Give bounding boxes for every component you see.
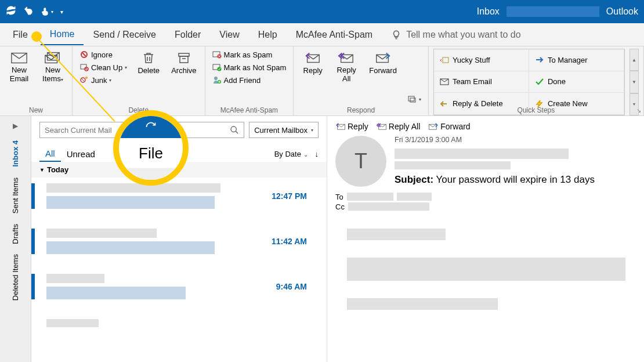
delete-button[interactable]: Delete [134, 49, 163, 115]
unread-bar [31, 183, 35, 209]
ribbon-respond-group-label: Respond [294, 106, 428, 114]
refresh-icon[interactable] [6, 5, 16, 18]
ribbon-group-mcafee: Mark as Spam Mark as Not Spam Add Friend… [205, 46, 294, 115]
sort-direction-icon[interactable]: ↓ [315, 150, 319, 158]
title-inbox-label: Inbox [477, 6, 500, 17]
trash-icon [140, 51, 157, 65]
menu-help[interactable]: Help [249, 25, 287, 45]
ribbon-group-respond: Reply Reply All Forward ▾ Respond [294, 46, 429, 115]
title-app-label: Outlook [606, 6, 638, 17]
message-item[interactable]: 12:47 PM [31, 178, 327, 215]
scope-dropdown[interactable]: Current Mailbox▾ [249, 122, 319, 138]
envelope-small-icon [440, 78, 449, 86]
email-date: Fri 3/1/2019 3:00 AM [395, 136, 636, 144]
reading-reply[interactable]: Reply [335, 122, 368, 131]
qs-done[interactable]: Done [529, 71, 624, 93]
archive-icon [175, 51, 193, 65]
folder-move-icon [440, 56, 449, 64]
qs-scroll-down[interactable]: ▼ [629, 71, 639, 93]
reading-forward[interactable]: Forward [428, 122, 470, 131]
nav-deleted[interactable]: Deleted Items [11, 254, 20, 301]
msg-sender-redacted [46, 319, 99, 327]
ribbon: New Email New Items▾ New Ignore Clean Up… [0, 46, 644, 116]
folder-nav-rail: ▶ Inbox 4 Sent Items Drafts Deleted Item… [0, 116, 31, 362]
sort-by-date[interactable]: By Date ⌄ [274, 150, 308, 158]
refresh-icon [143, 121, 158, 133]
nav-sent[interactable]: Sent Items [11, 178, 20, 213]
forward-button[interactable]: Forward [366, 49, 400, 115]
not-spam-icon [212, 63, 222, 72]
qs-to-manager[interactable]: To Manager [529, 49, 624, 71]
mark-spam-button[interactable]: Mark as Spam [210, 49, 289, 60]
tell-me-search[interactable]: Tell me what you want to do [391, 30, 520, 40]
msg-time: 11:42 AM [272, 237, 307, 246]
qs-team-email[interactable]: Team Email [434, 71, 529, 93]
mark-not-spam-button[interactable]: Mark as Not Spam [210, 61, 289, 73]
filter-unread[interactable]: Unread [61, 147, 101, 161]
new-email-button[interactable]: New Email [5, 49, 34, 115]
reply-all-small-icon [377, 122, 387, 131]
forward-small-icon [428, 122, 439, 131]
cleanup-icon [79, 63, 89, 72]
msg-time: 12:47 PM [272, 191, 307, 201]
search-icon[interactable] [230, 125, 239, 135]
annotation-callout: File [113, 110, 189, 186]
sender-email-redacted [395, 161, 511, 169]
qs-scroll-up[interactable]: ▲ [629, 49, 639, 71]
spam-icon [212, 50, 222, 59]
quicksteps-gallery: Yucky Stuff To Manager Team Email Done R… [433, 49, 625, 115]
svg-rect-21 [443, 57, 448, 63]
menu-bar: File Home Send / Receive Folder View Hel… [0, 23, 644, 46]
junk-button[interactable]: Junk▾ [77, 74, 129, 86]
ribbon-mcafee-group-label: McAfee Anti-Spam [205, 106, 294, 114]
nav-inbox[interactable]: Inbox 4 [11, 140, 20, 167]
reply-icon [304, 51, 321, 65]
filter-all[interactable]: All [39, 146, 61, 162]
envelope-stack-icon [44, 51, 61, 65]
expand-nav-icon[interactable]: ▶ [13, 122, 18, 130]
message-item[interactable] [31, 313, 327, 333]
nav-drafts[interactable]: Drafts [11, 224, 20, 244]
qat-customize-icon[interactable]: ▾ [60, 9, 63, 15]
title-bar: ▾ ▾ Inbox Outlook [0, 0, 644, 23]
qs-yucky[interactable]: Yucky Stuff [434, 49, 529, 71]
body-redacted [347, 258, 625, 281]
new-email-label: New Email [10, 66, 29, 84]
body-redacted [347, 298, 498, 310]
ribbon-qs-group-label: Quick Steps [429, 106, 643, 114]
message-item[interactable]: 9:46 AM [31, 268, 327, 305]
msg-subject-redacted [46, 196, 215, 209]
svg-point-14 [214, 77, 218, 80]
ribbon-new-group-label: New [0, 106, 72, 114]
msg-subject-redacted [46, 241, 215, 254]
reply-button[interactable]: Reply [298, 49, 327, 115]
archive-button[interactable]: Archive [168, 49, 200, 115]
qs-dialog-launcher-icon[interactable]: ↘ [636, 107, 641, 114]
sender-name-redacted [395, 149, 569, 159]
add-friend-button[interactable]: Add Friend [210, 74, 289, 86]
cleanup-button[interactable]: Clean Up▾ [77, 61, 129, 73]
annotation-marker [31, 31, 42, 42]
menu-send-receive[interactable]: Send / Receive [84, 25, 165, 45]
menu-home[interactable]: Home [41, 24, 84, 45]
more-respond-button[interactable]: ▾ [405, 93, 424, 105]
envelope-icon [10, 51, 28, 65]
ribbon-group-new: New Email New Items▾ New [0, 46, 73, 115]
menu-folder[interactable]: Folder [165, 25, 210, 45]
archive-label: Archive [171, 66, 196, 75]
forward-icon [374, 51, 392, 65]
menu-view[interactable]: View [210, 25, 248, 45]
menu-mcafee[interactable]: McAfee Anti-Spam [287, 25, 382, 45]
reading-reply-all[interactable]: Reply All [377, 122, 420, 131]
undo-icon[interactable] [23, 5, 34, 18]
new-items-button[interactable]: New Items▾ [38, 49, 67, 115]
new-items-label: New Items [42, 66, 61, 83]
reading-pane: Reply Reply All Forward T Fri 3/1/2019 3… [327, 116, 644, 362]
ignore-button[interactable]: Ignore [77, 49, 129, 60]
more-respond-icon [407, 95, 417, 104]
quicksteps-scrollbar[interactable]: ▲ ▼ ▾ [629, 49, 639, 115]
touch-mode-icon[interactable]: ▾ [41, 6, 53, 17]
message-item[interactable]: 11:42 AM [31, 223, 327, 260]
reply-all-button[interactable]: Reply All [332, 49, 361, 115]
delete-label: Delete [138, 66, 160, 75]
